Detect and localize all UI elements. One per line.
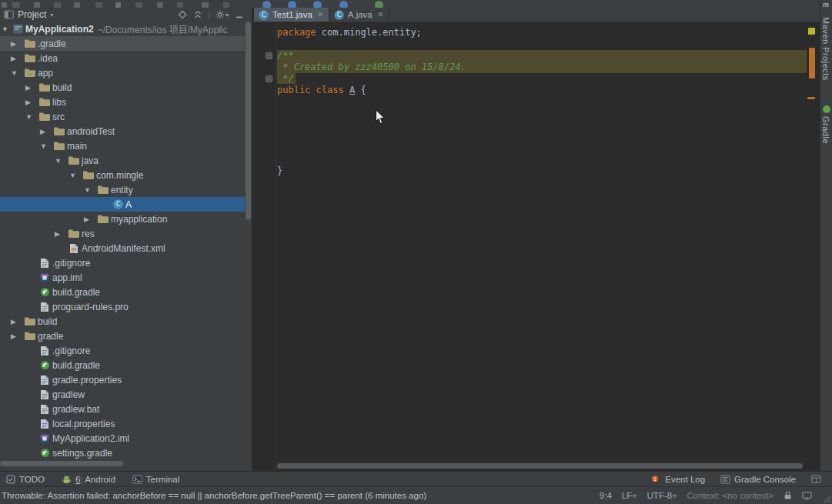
tree-item-libs[interactable]: ▶libs	[0, 95, 245, 109]
error-stripe-mark[interactable]	[807, 97, 815, 99]
tree-item-gradlew-bat[interactable]: gradlew.bat	[0, 402, 245, 416]
caret-position[interactable]: 9:4	[600, 491, 612, 500]
collapsed-arrow-icon[interactable]: ▶	[9, 332, 22, 340]
tree-item-a[interactable]: CA	[0, 197, 245, 212]
fold-open-icon[interactable]: -	[266, 52, 272, 59]
tree-item-app-iml[interactable]: app.iml	[0, 270, 245, 285]
tree-item-label: MyApplication2	[25, 24, 94, 35]
tree-item-gradlew[interactable]: gradlew	[0, 387, 245, 402]
tree-item-gradle-properties[interactable]: gradle.properties	[0, 372, 245, 387]
editor-horizontal-scrollbar[interactable]	[277, 463, 803, 469]
tree-item-label: libs	[52, 97, 66, 108]
tree-item-res[interactable]: ▶res	[0, 226, 245, 241]
tree-item-androidtest[interactable]: ▶androidTest	[0, 124, 245, 139]
encoding-indicator[interactable]: UTF-8÷	[647, 491, 677, 500]
tab-test1-java[interactable]: CTest1.java×	[254, 8, 329, 22]
tab-a-java[interactable]: CA.java×	[329, 8, 389, 22]
tree-item-myapplication[interactable]: ▶myapplication	[0, 212, 245, 226]
gradle-icon	[37, 287, 52, 297]
collapsed-arrow-icon[interactable]: ▶	[38, 128, 52, 135]
collapse-all-button[interactable]	[193, 10, 202, 19]
tree-item-label: build	[38, 316, 57, 327]
tree-item--idea[interactable]: ▶.idea	[0, 51, 245, 65]
tree-item-build[interactable]: ▶build	[0, 80, 245, 95]
tree-item-label: proguard-rules.pro	[52, 302, 129, 312]
tree-item-myapplication2[interactable]: ▼MyApplication2~/Documents/ios 项目/MyAppl…	[0, 22, 245, 36]
code-area[interactable]: package com.mingle.entity;/** * Created …	[254, 22, 820, 471]
collapsed-arrow-icon[interactable]: ▶	[53, 230, 66, 238]
tree-item--gitignore[interactable]: .gitignore	[0, 343, 245, 358]
tree-item-build-gradle[interactable]: build.gradle	[0, 358, 245, 372]
error-stripe-mark[interactable]	[808, 28, 815, 35]
tree-item-build-gradle[interactable]: build.gradle	[0, 285, 245, 299]
android-icon	[62, 475, 72, 484]
tool-button-maven-projects[interactable]: Maven Projects	[821, 17, 830, 81]
ide-window: Project ▾ ▾ ▼MyApplication2~/Documents/i…	[0, 0, 832, 504]
tool-button-gradle[interactable]: Gradle	[821, 116, 830, 144]
code-region[interactable]: package com.mingle.entity;/** * Created …	[254, 22, 820, 471]
tree-item--gradle[interactable]: ▶.gradle	[0, 36, 245, 51]
lock-icon[interactable]	[784, 491, 792, 500]
screen-icon[interactable]	[802, 492, 812, 500]
expanded-arrow-icon[interactable]: ▼	[38, 142, 52, 150]
close-icon[interactable]: ×	[318, 11, 323, 18]
tool-button-layout-icon[interactable]	[811, 475, 821, 484]
tree-item-gradle[interactable]: ▶gradle	[0, 329, 245, 343]
tree-item-proguard-rules-pro[interactable]: proguard-rules.pro	[0, 299, 245, 314]
tree-item-com-mingle[interactable]: ▼com.mingle	[0, 168, 245, 182]
fold-close-icon[interactable]: -	[266, 75, 272, 82]
tree-item-local-properties[interactable]: local.properties	[0, 416, 245, 431]
hide-button[interactable]	[235, 10, 244, 19]
tree-item-entity[interactable]: ▼entity	[0, 182, 245, 197]
tool-button-terminal[interactable]: Terminal	[132, 475, 179, 484]
tree-item-java[interactable]: ▼java	[0, 153, 245, 168]
tree-item-app[interactable]: ▼app	[0, 65, 245, 80]
line-separator-indicator[interactable]: LF÷	[622, 491, 637, 500]
expanded-arrow-icon[interactable]: ▼	[2, 25, 10, 33]
collapsed-arrow-icon[interactable]: ▶	[9, 40, 22, 48]
tree-item-build[interactable]: ▶build	[0, 314, 245, 329]
collapsed-arrow-icon[interactable]: ▶	[24, 84, 37, 92]
tool-button-label: TODO	[19, 475, 45, 484]
folder-icon	[37, 112, 52, 122]
expanded-arrow-icon[interactable]: ▼	[53, 157, 66, 165]
tool-button-event-log[interactable]: 1Event Log	[651, 475, 705, 484]
tree-vertical-scrollbar[interactable]	[246, 22, 251, 220]
expanded-arrow-icon[interactable]: ▼	[68, 172, 81, 179]
tree-item-settings-gradle[interactable]: settings.gradle	[0, 446, 245, 460]
collapsed-arrow-icon[interactable]: ▶	[9, 55, 22, 62]
editor[interactable]: CTest1.java×CA.java× package com.mingle.…	[254, 8, 820, 471]
locate-button[interactable]	[178, 10, 187, 19]
tree-item-androidmanifest-xml[interactable]: AndroidManifest.xml	[0, 241, 245, 255]
selection-highlight: */	[277, 73, 296, 84]
tool-button-6-android[interactable]: 6: Android	[62, 475, 115, 484]
layout-icon	[811, 475, 821, 483]
folder-icon	[95, 214, 111, 224]
tree-item--gitignore[interactable]: .gitignore	[0, 255, 245, 270]
expanded-arrow-icon[interactable]: ▼	[9, 69, 22, 77]
tree-horizontal-scrollbar[interactable]	[0, 461, 123, 466]
class-icon: C	[259, 10, 269, 20]
resize-grip-icon[interactable]	[822, 494, 831, 503]
tree-item-myapplication2-iml[interactable]: MyApplication2.iml	[0, 431, 245, 446]
terminal-icon	[132, 475, 142, 484]
tree-item-src[interactable]: ▼src	[0, 109, 245, 124]
project-panel-title[interactable]: Project	[18, 9, 46, 20]
bottom-toolbar: TODO6: AndroidTerminal 1Event LogGradle …	[0, 471, 832, 486]
close-icon[interactable]: ×	[378, 11, 383, 18]
tool-button-gradle-console[interactable]: Gradle Console	[720, 475, 796, 484]
toolbar-icon-fragment	[95, 2, 102, 8]
collapsed-arrow-icon[interactable]: ▶	[82, 215, 95, 223]
tree-item-main[interactable]: ▼main	[0, 139, 245, 153]
error-stripe-mark[interactable]	[809, 48, 815, 78]
tree-item-label: AndroidManifest.xml	[82, 243, 165, 254]
text-file-icon	[37, 258, 52, 269]
expanded-arrow-icon[interactable]: ▼	[82, 186, 95, 194]
collapsed-arrow-icon[interactable]: ▶	[24, 98, 37, 106]
tool-button-todo[interactable]: TODO	[6, 475, 45, 484]
folder-icon	[66, 155, 82, 165]
collapsed-arrow-icon[interactable]: ▶	[9, 318, 22, 325]
chevron-down-icon[interactable]: ▾	[50, 12, 53, 18]
expanded-arrow-icon[interactable]: ▼	[24, 113, 37, 121]
gear-button[interactable]: ▾	[216, 10, 229, 19]
